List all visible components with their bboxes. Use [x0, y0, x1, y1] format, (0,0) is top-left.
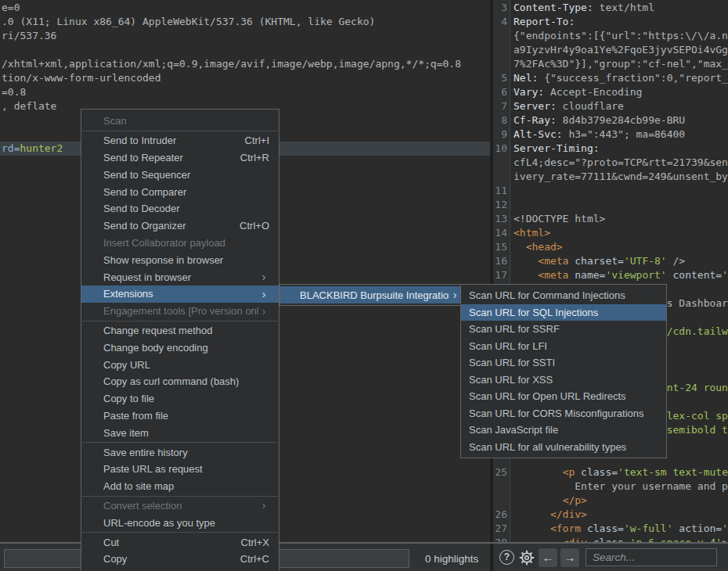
menu-item-paste-url-as-request[interactable]: Paste URL as request [81, 461, 279, 478]
menu-item-copy-as-curl-command-bash[interactable]: Copy as curl command (bash) [81, 373, 279, 390]
menu-item-send-to-organizer[interactable]: Send to OrganizerCtrl+O [81, 217, 279, 235]
code-segment-hdr: Server: [514, 100, 557, 112]
code-segment-txt: {"endpoints":[{"url":"https:\/\/a.n [514, 30, 728, 41]
menu-separator [82, 496, 278, 497]
menu-item-label: Send to Intruder [103, 135, 226, 146]
menu-item-label: Scan URL for Open URL Redirects [469, 390, 658, 402]
code-segment-txt [514, 523, 550, 534]
menu-item-save-entire-history[interactable]: Save entire history [81, 444, 279, 461]
menu-item-label: Copy as curl command (bash) [103, 375, 269, 387]
context-menu: ScanSend to IntruderCtrl+ISend to Repeat… [81, 109, 279, 571]
scan-option-scan-url-for-ssrf[interactable]: Scan URL for SSRF [461, 321, 666, 338]
menu-item-label: Scan [103, 115, 269, 127]
menu-item-copy-url[interactable]: Copy URL [81, 356, 279, 373]
code-segment-txt: text/html [593, 2, 654, 13]
code-text: <p class='text-sm text-mute [510, 465, 728, 479]
menu-item-add-to-site-map[interactable]: Add to site map [81, 478, 279, 495]
code-segment-txt: {"success_fraction":0,"report_ [538, 72, 728, 84]
code-text: <!DOCTYPE html> [510, 212, 605, 226]
menu-item-label: Send to Sequencer [103, 169, 269, 181]
code-segment-txt: Enter your username and p [514, 480, 728, 492]
code-text [510, 184, 514, 198]
scan-option-scan-url-for-open-url-redirects[interactable]: Scan URL for Open URL Redirects [461, 388, 666, 405]
line-number: 12 [493, 198, 510, 212]
menu-item-label: Copy to file [103, 393, 269, 404]
code-segment-attr: content= [667, 269, 722, 281]
code-segment-txt: ivery_rate=77111&cwnd=249&unsent_by [514, 171, 728, 182]
menu-item-paste-from-file[interactable]: Paste from file [81, 408, 279, 425]
code-segment-txt: 7%2FAc%3D"}],"group":"cf-nel","max_ [514, 58, 728, 70]
menu-item-label: Scan URL for CORS Misconfigurations [469, 408, 658, 419]
code-segment-txt: ri/537.36 [2, 30, 56, 41]
code-segment-attr: class= [581, 523, 624, 534]
submenu-item-blackbird-burpsuite-integration[interactable]: BLACKBIRD Burpsuite Integration› [280, 286, 467, 303]
menu-item-label: Insert Collaborator payload [103, 237, 269, 249]
response-search-input[interactable] [586, 548, 717, 566]
code-segment-hdr: Content-Type: [514, 2, 593, 13]
menu-item-save-item[interactable]: Save item [81, 424, 279, 441]
code-text: <head> [510, 240, 563, 254]
scan-option-scan-url-for-lfi[interactable]: Scan URL for LFI [461, 338, 666, 355]
response-line: 27 <form class='w-full' action=' [493, 522, 728, 536]
menu-item-shortcut: Ctrl+R [240, 152, 269, 163]
help-icon[interactable]: ? [499, 550, 514, 565]
code-text: Content-Type: text/html [510, 1, 654, 15]
code-text: a9IyzvHr4y9oa1Ye%2FqoE3jyvSEPOi4vGg [510, 43, 728, 57]
scan-option-scan-url-for-ssti[interactable]: Scan URL for SSTI [461, 354, 666, 372]
menu-separator [82, 131, 278, 131]
burp-suite-window: { "colors": { "editor_bg": "#2b2b2b", "m… [0, 0, 728, 571]
code-segment-attr: name= [568, 269, 605, 281]
code-segment-txt: , deflate [2, 100, 56, 112]
menu-item-convert-selection: Convert selection› [81, 497, 279, 515]
code-segment-txt: .0 (X11; Linux x86_64) AppleWebKit/537.3… [2, 16, 375, 27]
menu-item-label: Scan URL for all vulnerability types [469, 441, 658, 453]
menu-item-extensions[interactable]: Extensions› [81, 286, 279, 303]
response-line: 8Cf-Ray: 8d4b379e284cb99e-BRU [493, 113, 728, 127]
forward-button[interactable]: → [560, 548, 579, 567]
line-number: 10 [493, 142, 510, 156]
menu-item-send-to-sequencer[interactable]: Send to Sequencer [81, 166, 279, 183]
code-segment-hdr: Nel: [514, 72, 538, 84]
menu-item-send-to-repeater[interactable]: Send to RepeaterCtrl+R [81, 149, 279, 167]
menu-item-change-body-encoding[interactable]: Change body encoding [81, 339, 279, 356]
scan-option-scan-url-for-sql-injections[interactable]: Scan URL for SQL Injections [461, 304, 666, 321]
code-segment-txt: cloudflare [557, 100, 624, 112]
menu-item-paste[interactable]: PasteCtrl+V [81, 568, 279, 571]
menu-item-label: Show response in browser [103, 254, 269, 266]
code-segment-txt: =0.8 [2, 86, 26, 98]
submenu-arrow-icon: › [258, 500, 269, 511]
menu-item-cut[interactable]: CutCtrl+X [81, 533, 279, 551]
code-segment-hdr: Server-Timing: [514, 142, 600, 154]
response-line: 10Server-Timing: [493, 142, 728, 156]
line-number: 28 [493, 536, 510, 542]
menu-item-copy-to-file[interactable]: Copy to file [81, 390, 279, 408]
code-segment-txt: a9IyzvHr4y9oa1Ye%2FqoE3jyvSEPOi4vGg [514, 44, 728, 56]
scan-option-scan-url-for-command-injections[interactable]: Scan URL for Command Injections [461, 287, 666, 304]
line-number: 7 [493, 99, 510, 113]
menu-item-send-to-intruder[interactable]: Send to IntruderCtrl+I [81, 132, 279, 149]
menu-item-request-in-browser[interactable]: Request in browser› [81, 268, 279, 286]
response-line: 15 <head> [493, 240, 728, 254]
response-search-bar: ? ← → [493, 544, 728, 571]
line-number: 16 [493, 254, 510, 268]
menu-item-url-encode-as-you-type[interactable]: URL-encode as you type [81, 514, 279, 531]
code-text: Alt-Svc: h3=":443"; ma=86400 [510, 127, 685, 142]
response-line: 11 [493, 184, 728, 198]
menu-item-send-to-decoder[interactable]: Send to Decoder [81, 200, 279, 217]
back-button[interactable]: ← [539, 548, 557, 567]
gear-icon[interactable] [518, 549, 535, 569]
code-segment-txt: e=0 [2, 2, 20, 13]
line-number: 5 [493, 71, 510, 85]
menu-item-show-response-in-browser[interactable]: Show response in browser [81, 251, 279, 268]
menu-item-label: Copy URL [103, 359, 269, 371]
menu-item-copy[interactable]: CopyCtrl+C [81, 551, 279, 568]
menu-item-send-to-comparer[interactable]: Send to Comparer [81, 183, 279, 200]
scan-option-scan-url-for-all-vulnerability-types[interactable]: Scan URL for all vulnerability types [461, 439, 666, 456]
request-line: ri/537.36 [2, 29, 490, 43]
code-segment-tag: <div [563, 537, 587, 542]
scan-option-scan-url-for-cors-misconfigurations[interactable]: Scan URL for CORS Misconfigurations [461, 405, 666, 422]
response-editor[interactable]: 3Content-Type: text/html4Report-To:{"end… [493, 0, 728, 542]
menu-item-change-request-method[interactable]: Change request method [81, 322, 279, 339]
scan-option-scan-url-for-xss[interactable]: Scan URL for XSS [461, 372, 666, 389]
scan-option-scan-javascript-file[interactable]: Scan JavaScript file [461, 422, 666, 439]
